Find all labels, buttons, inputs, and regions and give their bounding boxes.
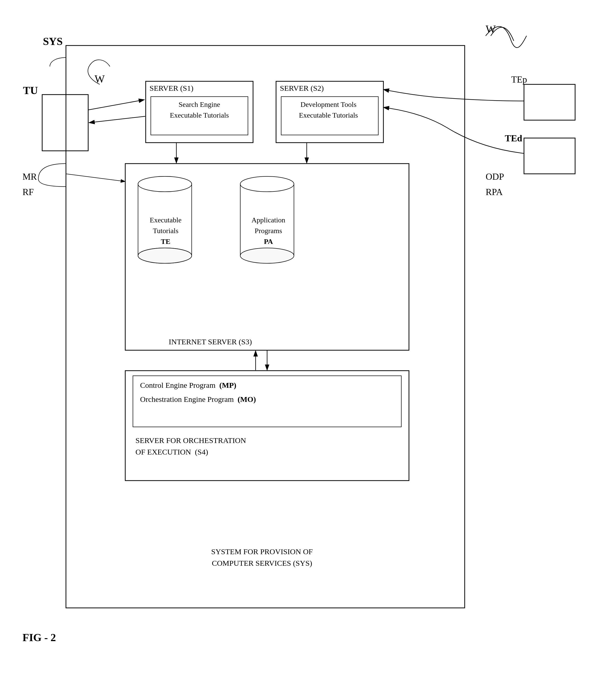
rf-label: RF bbox=[22, 187, 34, 197]
system-label: SYSTEM FOR PROVISION OF COMPUTER SERVICE… bbox=[128, 546, 396, 569]
cylinder-te-label: Executable Tutorials TE bbox=[142, 215, 189, 247]
svg-rect-14 bbox=[138, 176, 192, 192]
tep-label: TEp bbox=[511, 74, 527, 85]
svg-rect-10 bbox=[125, 164, 409, 350]
server-s1-content: Search Engine Executable Tutorials bbox=[153, 99, 245, 121]
svg-point-15 bbox=[138, 176, 192, 192]
odp-label: ODP bbox=[486, 171, 504, 182]
server-orchestration-label: SERVER FOR ORCHESTRATIONOF EXECUTION (S4… bbox=[135, 435, 246, 458]
mr-label: MR bbox=[22, 171, 37, 182]
svg-rect-8 bbox=[524, 84, 575, 120]
server-s2-content: Development Tools Executable Tutorials bbox=[282, 99, 374, 121]
cylinder-pa-label: Application Programs PA bbox=[245, 215, 291, 247]
svg-point-18 bbox=[138, 248, 192, 263]
orchestration-control-label: Control Engine Program (MP) bbox=[140, 381, 237, 390]
svg-line-28 bbox=[89, 116, 145, 123]
rpa-label: RPA bbox=[486, 187, 503, 197]
ted-label: TEd bbox=[505, 133, 522, 144]
fig-label: FIG - 2 bbox=[22, 631, 56, 644]
internet-server-label: INTERNET SERVER (S3) bbox=[169, 338, 252, 346]
tu-label: TU bbox=[23, 84, 38, 96]
w-label-right: W bbox=[486, 23, 496, 35]
svg-point-24 bbox=[240, 248, 294, 263]
svg-rect-2 bbox=[66, 45, 465, 608]
svg-line-27 bbox=[88, 100, 145, 110]
svg-line-33 bbox=[66, 174, 125, 181]
svg-point-12 bbox=[138, 176, 192, 192]
w-label-left: W bbox=[94, 73, 105, 85]
orchestration-engine-label: Orchestration Engine Program (MO) bbox=[140, 395, 256, 404]
svg-rect-7 bbox=[42, 94, 88, 151]
sys-label: SYS bbox=[43, 35, 63, 47]
svg-point-21 bbox=[240, 176, 294, 192]
svg-rect-20 bbox=[240, 176, 294, 192]
svg-point-13 bbox=[138, 248, 192, 263]
svg-rect-9 bbox=[524, 138, 575, 174]
server-s2-title: SERVER (S2) bbox=[280, 84, 324, 92]
server-s1-title: SERVER (S1) bbox=[150, 84, 194, 92]
